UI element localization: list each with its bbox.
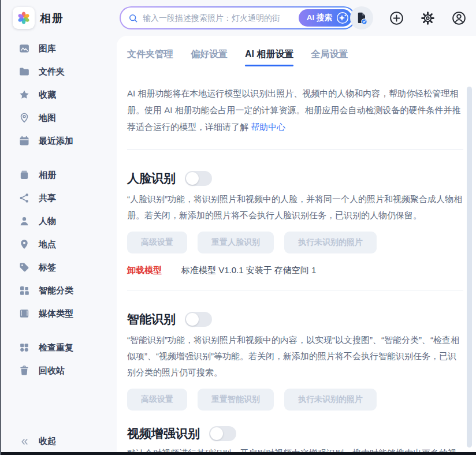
- sidebar-item-label: 智能分类: [39, 285, 73, 296]
- search-bar[interactable]: AI 搜索: [120, 6, 355, 29]
- sidebar-item[interactable]: 地点: [1, 233, 117, 256]
- chevrons-left-icon: [18, 437, 30, 447]
- section-actions: 高级设置重置智能识别执行未识别的照片: [127, 389, 463, 411]
- sidebar-item-label: 人物: [39, 216, 56, 227]
- sparkle-icon: [336, 11, 349, 25]
- tag-icon: [18, 262, 30, 273]
- tab-global-settings[interactable]: 全局设置: [311, 49, 348, 66]
- sidebar-item-label: 相册: [39, 170, 56, 181]
- sidebar-item[interactable]: 人物: [1, 210, 117, 233]
- map-icon: [18, 112, 30, 124]
- document-check-icon: [355, 11, 369, 25]
- process-unrecognized-button[interactable]: 执行未识别的照片: [284, 389, 377, 411]
- app-title: 相册: [40, 11, 64, 26]
- settings-button[interactable]: [420, 10, 436, 26]
- intro-text: AI 相册功能将在本地运行模型以识别出照片、视频中的人物和内容，帮助你轻松管理相…: [127, 85, 463, 135]
- app-logo: [13, 7, 35, 29]
- section-description: “人脸识别”功能，将识别照片和视频中的人脸，并将同一个人的照片和视频聚合成人物相…: [127, 191, 463, 223]
- toggle-knob: [186, 313, 199, 326]
- folder-icon: [18, 66, 30, 77]
- sidebar-item[interactable]: 标签: [1, 256, 117, 279]
- plus-circle-icon: [389, 10, 404, 26]
- location-icon: [18, 238, 30, 250]
- search-icon: [128, 13, 139, 24]
- toggle-knob: [186, 172, 199, 185]
- tab-ai-album-settings[interactable]: AI 相册设置: [245, 49, 293, 66]
- search-input[interactable]: [143, 13, 299, 23]
- user-circle-icon: [451, 10, 467, 26]
- collapse-button[interactable]: 收起: [18, 436, 56, 447]
- section-description: “智能识别”功能，将识别照片和视频中的内容，以实现“以文搜图”、“智能分类”、“…: [127, 332, 463, 381]
- sidebar-item-label: 图库: [39, 43, 56, 54]
- duplicates-icon: [18, 342, 30, 353]
- tasks-status-button[interactable]: [350, 6, 373, 29]
- add-button[interactable]: [389, 10, 404, 26]
- sidebar-item-label: 媒体类型: [39, 308, 73, 319]
- star-icon: [18, 89, 30, 100]
- section-header: 视频增强识别: [127, 426, 463, 442]
- tab-bar: 文件夹管理偏好设置AI 相册设置全局设置: [127, 49, 463, 66]
- intro-body: AI 相册功能将在本地运行模型以识别出照片、视频中的人物和内容，帮助你轻松管理相…: [127, 88, 461, 132]
- smart-recognition-section: 智能识别“智能识别”功能，将识别照片和视频中的内容，以实现“以文搜图”、“智能分…: [127, 290, 463, 411]
- process-unrecognized-button[interactable]: 执行未识别的照片: [284, 232, 377, 253]
- topbar: 相册 AI 搜索: [1, 0, 476, 36]
- reset-button[interactable]: 重置人脸识别: [198, 232, 274, 253]
- account-button[interactable]: [451, 10, 467, 26]
- sidebar-item-label: 回收站: [39, 366, 65, 376]
- sidebar-item-label: 地点: [39, 239, 56, 250]
- model-row: 卸载模型标准模型 V1.0.1 安装于 存储空间 1: [127, 265, 463, 276]
- sidebar-item-label: 标签: [39, 262, 56, 273]
- sidebar-item[interactable]: 共享: [1, 187, 117, 210]
- sidebar-item[interactable]: 文件夹: [1, 60, 117, 83]
- topbar-actions: [350, 6, 467, 29]
- album-icon: [18, 169, 30, 181]
- sidebar-group-3: 检查重复回收站: [1, 336, 117, 382]
- toggle-knob: [210, 427, 223, 440]
- advanced-settings-button[interactable]: 高级设置: [127, 389, 187, 411]
- scrollbar-thumb[interactable]: [467, 87, 472, 447]
- reset-button[interactable]: 重置智能识别: [198, 389, 274, 411]
- sidebar-item[interactable]: 检查重复: [1, 336, 117, 359]
- sidebar-item[interactable]: 智能分类: [1, 279, 117, 302]
- flower-logo-icon: [16, 10, 31, 25]
- sidebar-item[interactable]: 回收站: [1, 359, 117, 382]
- section-title: 人脸识别: [127, 170, 176, 187]
- face-recognition-section: 人脸识别“人脸识别”功能，将识别照片和视频中的人脸，并将同一个人的照片和视频聚合…: [127, 150, 463, 276]
- tab-preferences[interactable]: 偏好设置: [191, 49, 228, 66]
- advanced-settings-button[interactable]: 高级设置: [127, 232, 187, 253]
- section-title: 视频增强识别: [127, 426, 200, 442]
- sidebar-item-label: 收藏: [39, 89, 56, 100]
- smart-recognition-toggle[interactable]: [185, 312, 212, 327]
- sidebar-item[interactable]: 媒体类型: [1, 302, 117, 325]
- model-info: 标准模型 V1.0.1 安装于 存储空间 1: [181, 265, 316, 276]
- categories-icon: [18, 285, 30, 296]
- sidebar-group-1: 图库文件夹收藏地图最近添加: [1, 37, 117, 152]
- section-actions: 高级设置重置人脸识别执行未识别的照片: [127, 232, 463, 253]
- sidebar-group-2: 相册共享人物地点标签智能分类媒体类型: [1, 163, 117, 325]
- sidebar-item[interactable]: 图库: [1, 37, 117, 60]
- tab-folder-management[interactable]: 文件夹管理: [127, 49, 173, 66]
- gallery-icon: [18, 43, 30, 54]
- media-icon: [18, 308, 30, 319]
- sidebar-item[interactable]: 地图: [1, 106, 117, 129]
- sidebar-item[interactable]: 最近添加: [1, 129, 117, 152]
- sidebar-item[interactable]: 相册: [1, 163, 117, 187]
- person-icon: [18, 215, 30, 227]
- trash-icon: [18, 365, 30, 376]
- ai-search-button[interactable]: AI 搜索: [299, 9, 352, 27]
- sidebar-item-label: 最近添加: [39, 136, 73, 147]
- share-icon: [18, 192, 30, 204]
- help-center-link[interactable]: 帮助中心: [251, 122, 285, 132]
- collapse-label: 收起: [39, 436, 56, 447]
- section-header: 智能识别: [127, 311, 463, 327]
- section-description: 默认会对视频进行基础识别。开启则对视频内容增强识别，搜索时能够搜索出更多的视频。…: [127, 445, 463, 452]
- video-enhanced-recognition-toggle[interactable]: [209, 426, 236, 441]
- uninstall-model-button[interactable]: 卸载模型: [127, 265, 162, 276]
- window-bottom-edge: [1, 452, 476, 455]
- face-recognition-toggle[interactable]: [185, 171, 212, 186]
- sidebar-item[interactable]: 收藏: [1, 83, 117, 106]
- settings-panel: 文件夹管理偏好设置AI 相册设置全局设置 AI 相册功能将在本地运行模型以识别出…: [117, 36, 476, 452]
- section-title: 智能识别: [127, 311, 176, 327]
- calendar-icon: [18, 135, 30, 147]
- section-header: 人脸识别: [127, 170, 463, 187]
